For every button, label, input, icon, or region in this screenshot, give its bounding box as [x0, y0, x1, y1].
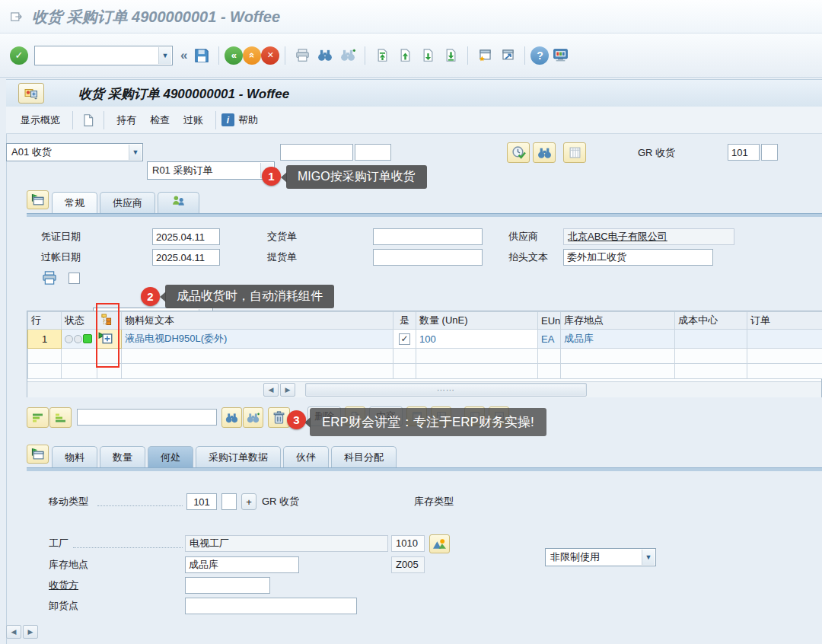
find-item-icon[interactable] — [221, 407, 242, 428]
find-icon[interactable] — [314, 44, 336, 67]
chevron-down-icon[interactable]: ▼ — [129, 145, 142, 160]
movement-special-input[interactable] — [761, 144, 778, 161]
chevron-down-icon[interactable]: ▼ — [158, 47, 171, 64]
eun-cell[interactable]: EA — [538, 330, 561, 349]
print-icon[interactable] — [291, 44, 314, 67]
collapse-command-icon[interactable]: « — [180, 48, 187, 63]
post-button[interactable]: 过账 — [177, 110, 210, 130]
help-icon[interactable]: ? — [530, 46, 549, 65]
tab-quantity[interactable]: 数量 — [100, 446, 145, 467]
col-sloc[interactable]: 库存地点 — [561, 312, 675, 330]
reference-select[interactable]: R01 采购订单 ▼ — [147, 161, 275, 180]
tab-where[interactable]: 何处 — [148, 446, 193, 467]
movement-indicator-input[interactable] — [221, 493, 237, 510]
command-field[interactable]: ▼ — [34, 46, 173, 65]
status-yellow-off-icon — [74, 335, 82, 343]
last-page-icon[interactable] — [439, 44, 462, 67]
previous-page-icon[interactable] — [393, 44, 416, 67]
cost-center-cell[interactable] — [675, 330, 747, 349]
posting-date-input[interactable] — [152, 249, 220, 266]
create-shortcut-icon[interactable] — [496, 44, 519, 67]
item-row-empty[interactable] — [28, 349, 822, 364]
bill-of-lading-input[interactable] — [373, 249, 483, 266]
col-cost-center[interactable]: 成本中心 — [675, 312, 747, 330]
print-slip-icon[interactable] — [41, 270, 58, 288]
qty-cell[interactable]: 100 — [416, 330, 538, 349]
bill-of-lading-label: 提货单 — [267, 249, 297, 266]
chevron-down-icon[interactable]: ▼ — [642, 550, 655, 565]
movement-type-input[interactable] — [728, 144, 760, 161]
goods-recipient-label[interactable]: 收货方 — [49, 577, 78, 594]
detail-movement-input[interactable] — [186, 493, 217, 510]
check-button[interactable]: 检查 — [143, 110, 177, 130]
execute-icon[interactable] — [507, 142, 530, 163]
sort-ascending-icon[interactable] — [27, 407, 49, 428]
vendor-display[interactable]: 北京ABC电子有限公司 — [563, 228, 734, 245]
doc-date-input[interactable] — [152, 228, 220, 245]
sloc-cell[interactable]: 成品库 — [561, 330, 675, 349]
po-item-input[interactable] — [355, 144, 391, 161]
line-number-cell[interactable]: 1 — [28, 330, 62, 349]
item-row-1[interactable]: 1 液晶电视DH950L(委外) ✓ 100 EA 成品库 — [28, 330, 822, 349]
item-row-empty[interactable] — [28, 364, 822, 379]
search-po-icon[interactable] — [533, 142, 556, 163]
close-item-detail-icon[interactable] — [27, 445, 49, 464]
scroll-left-icon[interactable]: ◀ — [263, 383, 279, 397]
stock-type-select[interactable]: 非限制使用 ▼ — [545, 548, 656, 566]
col-status[interactable]: 状态 — [62, 312, 97, 330]
col-eun[interactable]: EUn — [538, 312, 561, 330]
plant-address-icon[interactable] — [429, 534, 450, 553]
close-header-detail-icon[interactable] — [27, 190, 49, 209]
tab-vendor[interactable]: 供应商 — [100, 192, 155, 213]
unloading-point-input[interactable] — [185, 598, 357, 614]
order-grid-icon[interactable] — [563, 142, 586, 163]
new-session-icon[interactable] — [473, 44, 496, 67]
col-material[interactable]: 物料短文本 — [122, 312, 393, 330]
hold-button[interactable]: 持有 — [110, 110, 143, 130]
special-stock-button[interactable]: + — [241, 493, 256, 510]
detail-sloc-input[interactable] — [185, 556, 299, 573]
print-checkbox[interactable] — [68, 273, 80, 284]
migo-menu-icon[interactable] — [18, 83, 44, 104]
action-select[interactable]: A01 收货 ▼ — [6, 143, 143, 161]
sort-descending-icon[interactable] — [49, 407, 72, 428]
help-button[interactable]: 帮助 — [238, 110, 265, 130]
page-up-exit-icon[interactable]: « — [243, 46, 261, 65]
col-line[interactable]: 行 — [28, 312, 62, 330]
next-page-icon[interactable] — [416, 44, 439, 67]
tab-partner[interactable]: 伙伴 — [283, 446, 329, 467]
table-hscrollbar[interactable]: ⋯⋯ — [305, 383, 587, 397]
first-page-icon[interactable] — [371, 44, 393, 67]
tab-account-assignment[interactable]: 科目分配 — [331, 446, 397, 467]
customize-layout-icon[interactable] — [549, 44, 572, 67]
material-cell[interactable]: 液晶电视DH950L(委外) — [122, 330, 393, 349]
tab-partners[interactable] — [158, 192, 199, 213]
tab-po-data[interactable]: 采购订单数据 — [196, 446, 281, 467]
overview-button[interactable]: 显示概览 — [14, 110, 67, 130]
find-next-item-icon[interactable] — [243, 407, 263, 428]
find-next-icon[interactable] — [336, 44, 359, 67]
order-cell[interactable] — [747, 330, 822, 349]
header-text-input[interactable] — [563, 249, 713, 266]
tab-general[interactable]: 常规 — [52, 192, 97, 213]
item-ok-cell[interactable]: ✓ — [393, 330, 416, 349]
page-scroll-left-icon[interactable]: ◀ — [6, 625, 21, 639]
item-ok-checkbox[interactable]: ✓ — [399, 333, 410, 345]
enter-icon[interactable]: ✓ — [10, 46, 28, 65]
delivery-note-input[interactable] — [373, 228, 483, 245]
goods-recipient-input[interactable] — [185, 577, 270, 594]
window-menu-icon[interactable] — [10, 11, 24, 25]
col-qty[interactable]: 数量 (UnE) — [416, 312, 538, 330]
item-search-input[interactable] — [77, 409, 217, 426]
po-number-input[interactable] — [280, 144, 353, 161]
scroll-thumb[interactable]: ⋯⋯ — [307, 384, 585, 395]
scroll-right-icon[interactable]: ▶ — [280, 383, 295, 397]
col-order[interactable]: 订单 — [747, 312, 822, 330]
new-document-icon[interactable] — [78, 110, 98, 130]
tab-material[interactable]: 物料 — [52, 446, 97, 467]
col-ok[interactable]: 是 — [393, 312, 416, 330]
exit-icon[interactable]: ✕ — [261, 46, 279, 65]
page-scroll-right-icon[interactable]: ▶ — [23, 625, 38, 639]
save-icon[interactable] — [190, 44, 213, 67]
back-icon[interactable]: « — [225, 46, 243, 65]
